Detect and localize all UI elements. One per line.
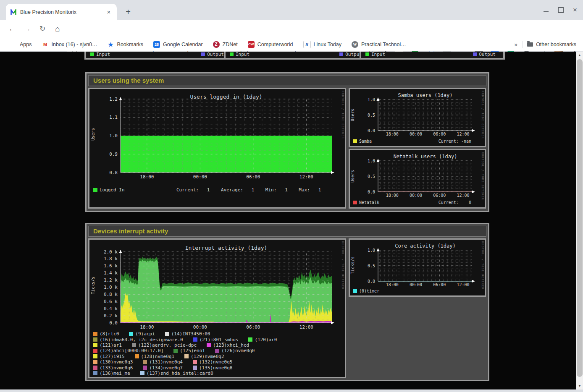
bookmark-google-calendar[interactable]: 28 Google Calendar xyxy=(153,41,203,48)
rrdtool-watermark: RRDTOOL / TOBI OETIKER xyxy=(481,241,484,290)
legend-swatch xyxy=(129,332,133,336)
chart-title: Netatalk users (1day) xyxy=(378,154,473,159)
maximize-button[interactable] xyxy=(558,7,564,13)
legend-item: (136)mei_me xyxy=(93,371,130,376)
bookmarks-overflow-button[interactable]: » xyxy=(514,41,517,48)
legend-swatch xyxy=(135,354,139,358)
interrupt-activity-graph[interactable]: RRDTOOL / TOBI OETIKER Interrupt activit… xyxy=(88,238,346,378)
folder-icon xyxy=(527,42,533,47)
legend-item: (124)ahci[0000:00:17.0] xyxy=(93,348,163,353)
legend-swatch xyxy=(193,337,197,342)
legend-item: (14)INT3450:00 xyxy=(165,331,210,337)
legend-item: (132)nvme0q5 xyxy=(193,359,232,365)
legend-row: (136)mei_me(137)snd_hda_intel:card0 xyxy=(93,371,341,376)
legend-item: (8)rtc0 xyxy=(93,331,119,337)
users-plot: 1.21.11.00.90.818:0000:0006:0012:00 xyxy=(121,99,332,172)
svg-text:1.0: 1.0 xyxy=(368,248,375,253)
legend-row: SambaCurrent: -nan xyxy=(353,139,471,144)
legend-swatch xyxy=(230,52,234,56)
reload-button[interactable]: ↻ xyxy=(37,24,48,34)
legend-label: (0)timer xyxy=(359,289,379,293)
legend-label: (133)nvme0q6 xyxy=(100,365,133,371)
network-graph-panel-cutoff[interactable]: Input Output xyxy=(360,52,505,60)
svg-text:1.0: 1.0 xyxy=(368,159,375,163)
tab-close-icon[interactable]: × xyxy=(105,8,113,16)
svg-text:18:00: 18:00 xyxy=(140,324,154,330)
legend-item: (128)nvme0q1 xyxy=(135,354,174,359)
tab-title: Blue Precision Monitorix xyxy=(20,9,105,15)
other-bookmarks-button[interactable]: Other bookmarks xyxy=(527,42,576,47)
scrollbar-thumb[interactable] xyxy=(577,59,583,377)
legend-item: Input xyxy=(230,52,249,57)
legend-label: (124)ahci[0000:00:17.0] xyxy=(100,348,163,353)
svg-text:0.0: 0.0 xyxy=(368,128,375,133)
bookmark-apps[interactable]: Apps xyxy=(10,41,32,48)
core-activity-graph[interactable]: RRDTOOL / TOBI OETIKER Core activity (1d… xyxy=(349,238,486,297)
star-icon: ★ xyxy=(108,41,114,48)
core-plot: 1.00.50.018:0000:0006:0012:00 xyxy=(378,250,473,281)
svg-text:00:00: 00:00 xyxy=(193,324,207,330)
netatalk-users-graph[interactable]: RRDTOOL / TOBI OETIKER Netatalk users (1… xyxy=(349,149,486,209)
svg-text:0.6 k: 0.6 k xyxy=(104,299,118,304)
samba-users-graph[interactable]: RRDTOOL / TOBI OETIKER Samba users (1day… xyxy=(349,88,486,147)
svg-text:1.2 k: 1.2 k xyxy=(104,277,118,283)
scrollbar[interactable]: ▲ ▼ xyxy=(576,52,583,389)
legend-item: Samba xyxy=(353,139,372,144)
bookmark-zdnet[interactable]: Z ZDNet xyxy=(213,41,238,48)
minimize-button[interactable] xyxy=(544,8,549,12)
svg-text:06:00: 06:00 xyxy=(433,132,446,136)
legend-item: Input xyxy=(90,52,110,57)
legend-item: (130)nvme0q3 xyxy=(93,359,133,365)
legend-item: Current: 1 Average: 1 Min: 1 Max: 1 xyxy=(135,187,321,193)
legend-label: (125)eno1 xyxy=(180,348,205,353)
legend-swatch xyxy=(93,332,97,336)
legend-item: (134)nvme0q7 xyxy=(143,365,182,371)
bookmark-computerworld[interactable]: CW Computerworld xyxy=(248,41,293,48)
back-button[interactable]: ← xyxy=(7,24,18,34)
new-tab-button[interactable]: + xyxy=(123,7,134,18)
legend-label: Samba xyxy=(359,139,372,144)
network-graph-panel-cutoff[interactable]: Input Output xyxy=(224,52,371,60)
legend-swatch xyxy=(248,337,252,342)
svg-text:12:00: 12:00 xyxy=(457,193,469,198)
scroll-up-button[interactable]: ▲ xyxy=(576,52,583,59)
legend-row: (133)nvme0q6(134)nvme0q7(135)nvme0q8 xyxy=(93,365,341,370)
bookmark-linux-today[interactable]: lt Linux Today xyxy=(303,41,342,48)
other-bookmarks-label: Other bookmarks xyxy=(536,42,576,47)
legend-label: (130)nvme0q3 xyxy=(100,359,133,365)
network-graph-panel-cutoff[interactable]: Input Output xyxy=(84,52,233,60)
chart-legend: NetatalkCurrent: 0 xyxy=(353,200,471,205)
svg-text:1.4 k: 1.4 k xyxy=(104,270,118,276)
legend-item: (137)snd_hda_intel:card0 xyxy=(140,371,213,376)
svg-text:18:00: 18:00 xyxy=(386,282,399,287)
svg-text:0.5: 0.5 xyxy=(368,113,375,118)
legend-swatch xyxy=(193,366,197,370)
computerworld-icon: CW xyxy=(248,41,255,48)
legend-swatch xyxy=(193,360,197,364)
legend-swatch xyxy=(184,354,189,358)
home-button[interactable]: ⌂ xyxy=(52,24,63,34)
svg-text:0.9: 0.9 xyxy=(109,152,118,157)
legend-item: (123)xhci_hcd xyxy=(207,342,249,348)
window-close-button[interactable]: × xyxy=(573,8,577,13)
browser-toolbar: ← → ↻ ⌂ i localhost:8080/monitorix-cgi/m… xyxy=(0,20,583,38)
svg-text:0.5: 0.5 xyxy=(368,264,375,268)
users-logged-in-graph[interactable]: RRDTOOL / TOBI OETIKER Users logged in (… xyxy=(88,88,346,209)
legend-label: (21)i801_smbus xyxy=(200,337,239,342)
browser-tab[interactable]: Blue Precision Monitorix × xyxy=(6,4,117,20)
window-controls: × xyxy=(544,6,577,14)
svg-text:1.0 k: 1.0 k xyxy=(104,285,118,290)
scroll-down-button[interactable]: ▼ xyxy=(576,382,583,389)
legend-item: (122)aerdrv, pcie-dpc xyxy=(132,342,197,348)
legend-label: (135)nvme0q8 xyxy=(199,365,232,371)
bookmark-inbox[interactable]: M Inbox (16) - sjvn0… xyxy=(42,41,97,48)
bookmark-practical-technology[interactable]: W Practical Technol… xyxy=(352,41,406,48)
tab-strip: Blue Precision Monitorix × + × xyxy=(0,0,583,20)
chart-legend: SambaCurrent: -nan xyxy=(353,139,471,144)
bookmark-bookmarks[interactable]: ★ Bookmarks xyxy=(108,41,144,48)
legend-label: Current: -nan xyxy=(439,139,471,144)
chart-title: Samba users (1day) xyxy=(378,92,473,98)
legend-item: (121)ar1 xyxy=(93,342,122,348)
forward-button[interactable]: → xyxy=(22,24,33,34)
legend-swatch xyxy=(353,289,357,293)
